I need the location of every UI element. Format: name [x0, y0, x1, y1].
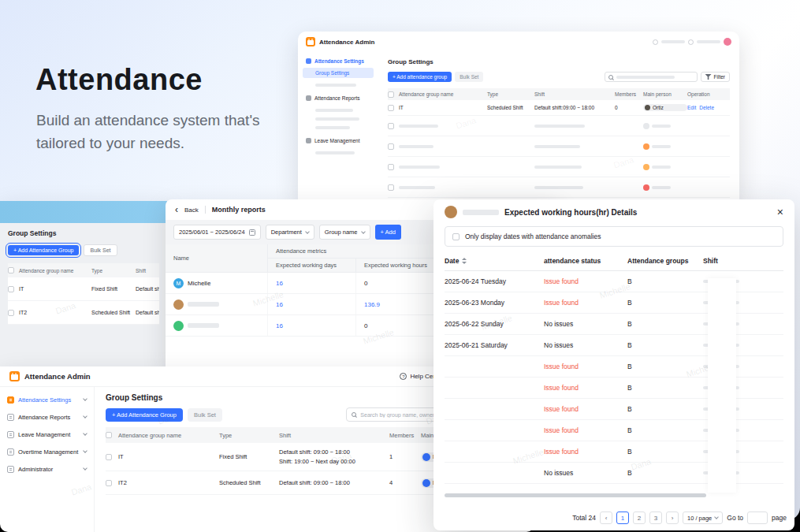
search-input[interactable]: [605, 72, 698, 82]
status-cell: No issues: [544, 335, 627, 356]
avatar: [643, 123, 649, 129]
hero-subtitle-line2: tailored to your needs.: [36, 132, 260, 154]
page-word: page: [772, 514, 787, 522]
mini-app-header: Attendance Admin: [298, 32, 739, 52]
expected-days-link[interactable]: 16: [268, 273, 356, 293]
group-name-select[interactable]: Group name: [319, 225, 370, 240]
date-cell: [445, 378, 544, 399]
chevron-down-icon: [361, 229, 366, 234]
row-checkbox[interactable]: [106, 480, 112, 486]
bulk-set-button[interactable]: Bulk Set: [455, 72, 483, 82]
history-icon[interactable]: [688, 39, 694, 45]
avatar[interactable]: [724, 38, 731, 46]
edit-link[interactable]: Edit: [687, 105, 696, 110]
status-cell: Issue found: [544, 441, 627, 463]
select-all-checkbox[interactable]: [388, 91, 394, 98]
date-range-picker[interactable]: 2025/06/01 ~ 2025/06/24: [173, 225, 261, 240]
add-attendance-group-button[interactable]: + Add Attendance Group: [8, 245, 79, 255]
table-header: Attendance group name Type Shift: [8, 263, 159, 277]
bulk-set-button[interactable]: Bulk Set: [84, 244, 117, 256]
add-button[interactable]: + Add: [375, 225, 401, 240]
sidebar-skeleton-item: [315, 151, 355, 154]
leave-icon: [7, 431, 14, 438]
main-person-chip: Ortiz: [643, 104, 687, 111]
sort-icon[interactable]: [462, 258, 467, 264]
status-cell: Issue found: [544, 420, 627, 441]
sidebar-item-group-settings[interactable]: Group Settings: [303, 68, 374, 78]
table-row[interactable]: IT Scheduled Shift Default shift:09:00 ~…: [388, 100, 730, 116]
window-top-bar: [0, 201, 167, 223]
select-all-checkbox[interactable]: [106, 432, 112, 438]
sidebar-skeleton-item: [315, 109, 353, 112]
row-checkbox[interactable]: [388, 123, 394, 129]
goto-page-input[interactable]: [747, 512, 768, 524]
sidebar-item-attendance-settings[interactable]: Attendance Settings: [303, 55, 374, 66]
close-icon[interactable]: ×: [777, 206, 783, 218]
department-select[interactable]: Department: [266, 225, 314, 240]
reports-icon: [306, 95, 311, 101]
skeleton-row: [388, 116, 730, 136]
sidebar-item-leave-management[interactable]: Leave Management: [0, 426, 94, 443]
status-cell: Issue found: [544, 356, 627, 378]
settings-icon: [306, 58, 311, 64]
anomaly-checkbox[interactable]: [452, 233, 460, 240]
expected-days-link[interactable]: 16: [268, 315, 356, 336]
select-all-checkbox[interactable]: [8, 267, 14, 273]
chevron-down-icon: [83, 466, 87, 471]
status-cell: Issue found: [544, 399, 627, 420]
prev-page-button[interactable]: ‹: [600, 512, 612, 524]
back-button[interactable]: Back: [184, 206, 199, 214]
anomaly-filter[interactable]: Only display dates with attendance anoma…: [445, 226, 783, 247]
group-cell: B: [627, 378, 703, 399]
sidebar-item-attendance-reports[interactable]: Attendance Reports: [0, 408, 94, 426]
sidebar-item-administrator[interactable]: Administrator: [0, 460, 94, 478]
row-checkbox[interactable]: [388, 164, 394, 170]
row-checkbox[interactable]: [388, 143, 394, 150]
search-icon: [608, 75, 613, 80]
next-page-button[interactable]: ›: [666, 512, 679, 524]
horizontal-scrollbar[interactable]: [445, 493, 706, 497]
group-cell: B: [627, 314, 703, 335]
row-checkbox[interactable]: [8, 310, 14, 316]
row-checkbox[interactable]: [8, 286, 14, 292]
help-icon[interactable]: [653, 39, 658, 45]
group-cell: B: [627, 271, 703, 292]
table-header: Date attendance status Attendance groups…: [445, 251, 783, 271]
avatar: M: [173, 278, 184, 288]
table-row[interactable]: IT Fixed Shift Default shift: 09:00 ~ 18…: [8, 277, 159, 301]
app-logo-calendar-icon: [9, 371, 20, 381]
row-checkbox[interactable]: [106, 454, 112, 460]
add-attendance-group-button[interactable]: + Add Attendance Group: [106, 408, 183, 422]
group-cell: B: [627, 335, 703, 356]
group-cell: B: [627, 399, 703, 420]
group-settings-window: Dana Group Settings + Add Attendance Gro…: [0, 201, 167, 368]
row-checkbox[interactable]: [388, 184, 394, 191]
calendar-icon: [249, 229, 255, 236]
sidebar-item-attendance-settings[interactable]: Attendance Settings: [0, 391, 94, 408]
delete-link[interactable]: Delete: [699, 105, 714, 110]
table-row[interactable]: IT2 Scheduled Shift Default shift: 09:00…: [8, 301, 159, 325]
status-cell: No issues: [544, 314, 627, 335]
chevron-down-icon: [83, 414, 87, 419]
add-attendance-group-button[interactable]: + Add attendance group: [388, 72, 452, 82]
status-cell: No issues: [544, 463, 627, 484]
expected-days-link[interactable]: 16: [268, 294, 356, 314]
total-count: Total 24: [572, 514, 596, 522]
row-checkbox[interactable]: [388, 105, 394, 111]
sidebar-item-overtime-management[interactable]: Overtime Management: [0, 443, 94, 460]
filter-button[interactable]: Filter: [701, 72, 730, 82]
hero-title: Attendance: [35, 63, 203, 97]
avatar: [422, 479, 430, 487]
page-2-button[interactable]: 2: [633, 512, 646, 524]
chevron-down-icon: [83, 396, 87, 401]
sidebar-item-leave-management[interactable]: Leave Management: [303, 135, 374, 146]
date-column-header[interactable]: Date: [445, 251, 544, 271]
page-1-button[interactable]: 1: [616, 512, 629, 524]
sidebar-item-attendance-reports[interactable]: Attendance Reports: [303, 92, 374, 103]
bulk-set-button[interactable]: Bulk Set: [188, 408, 222, 422]
page-size-select[interactable]: 10 / page: [683, 512, 723, 524]
page-3-button[interactable]: 3: [649, 512, 662, 524]
skeleton-bar: [697, 40, 720, 43]
back-arrow-icon[interactable]: ‹: [175, 205, 178, 214]
skeleton-bar: [661, 40, 685, 43]
